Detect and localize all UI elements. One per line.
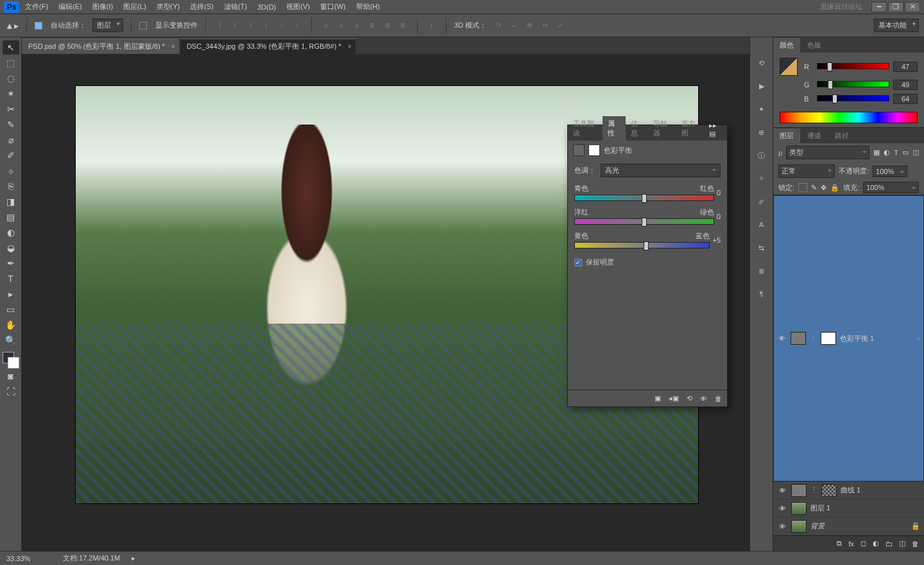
align-top-icon[interactable]: ⫴: [214, 19, 227, 32]
close-icon[interactable]: ×: [171, 43, 175, 50]
menu-image[interactable]: 图像(I): [88, 0, 117, 13]
visibility-icon[interactable]: 👁: [777, 505, 787, 512]
tab-swatches[interactable]: 色板: [801, 38, 828, 53]
tab-channels[interactable]: 通道: [801, 128, 828, 143]
tool-brush[interactable]: ✐: [3, 148, 19, 162]
menu-filter[interactable]: 滤镜(T): [219, 0, 252, 13]
tool-type[interactable]: T: [3, 272, 19, 286]
slider-track[interactable]: [574, 218, 714, 225]
group-icon[interactable]: 🗀: [886, 540, 893, 548]
menu-help[interactable]: 帮助(H): [352, 0, 384, 13]
doc-tab-1[interactable]: PSD.psd @ 50% (色彩平衡 1, 图层蒙版/8) *×: [22, 39, 179, 54]
visibility-icon[interactable]: 👁: [776, 335, 787, 342]
slider-value[interactable]: +5: [712, 236, 721, 244]
distribute-6-icon[interactable]: ≣: [397, 19, 409, 32]
tab-navigator[interactable]: 导航器: [648, 116, 677, 141]
clip-to-layer-icon[interactable]: ▣: [654, 394, 661, 403]
opacity-value[interactable]: 100%: [873, 166, 907, 177]
spectrum-picker[interactable]: [780, 112, 918, 123]
slider-value[interactable]: 0: [717, 189, 721, 196]
3d-slide-icon[interactable]: ⇔: [539, 19, 552, 32]
adjustment-layer-icon[interactable]: ◐: [873, 539, 879, 548]
view-previous-icon[interactable]: ◂▣: [669, 394, 679, 403]
blend-mode-dropdown[interactable]: 正常: [778, 164, 835, 178]
visibility-icon[interactable]: 👁: [777, 523, 787, 530]
delete-icon[interactable]: 🗑: [715, 395, 722, 403]
zoom-value[interactable]: 33.33%: [6, 555, 51, 562]
styles-icon[interactable]: ≣: [755, 265, 768, 277]
align-vcenter-icon[interactable]: ⫴: [229, 19, 242, 32]
layer-name[interactable]: 图层 1: [810, 503, 920, 513]
tool-eyedropper[interactable]: ✎: [3, 117, 19, 132]
fg-bg-swatch[interactable]: [780, 58, 798, 76]
reset-icon[interactable]: ⟲: [687, 394, 692, 403]
tool-blur[interactable]: ◐: [3, 225, 19, 239]
tool-quickmask[interactable]: ◙: [3, 369, 19, 383]
workspace-dropdown[interactable]: 基本功能: [874, 19, 919, 32]
lock-position-icon[interactable]: ✥: [821, 184, 826, 192]
slider-track[interactable]: [574, 195, 714, 201]
r-value[interactable]: 47: [893, 62, 918, 72]
color-swatch[interactable]: [3, 352, 19, 369]
distribute-3-icon[interactable]: ≡: [350, 19, 363, 32]
layer-mask-thumb[interactable]: [821, 332, 836, 345]
status-arrow-icon[interactable]: ▸: [132, 554, 135, 562]
distribute-1-icon[interactable]: ≡: [320, 19, 332, 32]
menu-select[interactable]: 选择(S): [185, 0, 218, 13]
align-hcenter-icon[interactable]: ⫶: [275, 19, 288, 32]
visibility-icon[interactable]: 👁: [777, 487, 787, 494]
filter-kind-dropdown[interactable]: 类型: [786, 146, 869, 159]
menu-window[interactable]: 窗口(W): [316, 0, 350, 13]
show-transform-checkbox[interactable]: [139, 22, 147, 30]
visibility-icon[interactable]: 👁: [700, 395, 707, 403]
r-slider[interactable]: [817, 63, 889, 71]
filter-type-icon[interactable]: T: [894, 149, 898, 157]
align-bottom-icon[interactable]: ⫴: [244, 19, 257, 32]
g-value[interactable]: 49: [893, 80, 918, 90]
history-icon[interactable]: ⟲: [755, 56, 768, 69]
filter-pixel-icon[interactable]: ▦: [873, 148, 880, 157]
tool-screenmode[interactable]: ⛶: [3, 385, 19, 399]
layer-name[interactable]: 曲线 1: [841, 485, 920, 495]
window-close-icon[interactable]: ✕: [905, 2, 920, 12]
tool-gradient[interactable]: ▤: [3, 210, 19, 224]
tab-properties[interactable]: 属性: [603, 116, 625, 141]
tool-move[interactable]: ↖: [3, 40, 19, 55]
info-icon[interactable]: ⓘ: [755, 149, 768, 162]
layer-mask-thumb[interactable]: [821, 484, 837, 497]
distribute-4-icon[interactable]: ≣: [366, 19, 379, 32]
tool-crop[interactable]: ✂: [3, 102, 19, 116]
clone-source-icon[interactable]: ⊕: [755, 126, 768, 139]
close-icon[interactable]: ×: [348, 43, 352, 50]
layer-row[interactable]: 👁 ⋮ 色彩平衡 1: [773, 195, 924, 482]
tool-clone[interactable]: ⟐: [3, 164, 19, 178]
layer-row[interactable]: 👁 图层 1: [773, 500, 924, 517]
doc-tab-2[interactable]: DSC_3443y.jpg @ 33.3% (色彩平衡 1, RGB/8#) *…: [180, 39, 355, 54]
distribute-5-icon[interactable]: ≣: [381, 19, 394, 32]
measurement-icon[interactable]: ⫻: [755, 195, 768, 208]
slider-value[interactable]: 0: [717, 213, 721, 220]
tool-history-brush[interactable]: ⎘: [3, 179, 19, 193]
layer-row[interactable]: 👁 背景 🔒: [773, 517, 924, 535]
tab-tool-presets[interactable]: 工具预设: [568, 116, 603, 141]
auto-select-checkbox[interactable]: [35, 22, 42, 30]
link-layers-icon[interactable]: ⧉: [837, 539, 842, 548]
menu-view[interactable]: 视图(V): [282, 0, 314, 13]
paragraph-styles-icon[interactable]: ¶: [755, 288, 768, 300]
b-value[interactable]: 64: [893, 94, 918, 104]
new-layer-icon[interactable]: ◫: [899, 539, 905, 548]
lock-paint-icon[interactable]: ✎: [811, 184, 817, 192]
brushes-icon[interactable]: ✦: [755, 103, 768, 116]
actions-icon[interactable]: ▶: [755, 80, 768, 92]
g-slider[interactable]: [817, 81, 889, 89]
align-right-icon[interactable]: ⫶: [291, 19, 304, 32]
tab-paths[interactable]: 路径: [828, 128, 855, 143]
lock-transparency-icon[interactable]: [798, 183, 807, 192]
filter-adjust-icon[interactable]: ◐: [884, 148, 890, 157]
distribute-2-icon[interactable]: ≡: [335, 19, 348, 32]
align-left-icon[interactable]: ⫶: [260, 19, 273, 32]
tone-dropdown[interactable]: 高光: [601, 164, 721, 177]
character-icon[interactable]: A: [755, 218, 768, 231]
slider-track[interactable]: [574, 242, 710, 248]
menu-file[interactable]: 文件(F): [21, 0, 53, 13]
